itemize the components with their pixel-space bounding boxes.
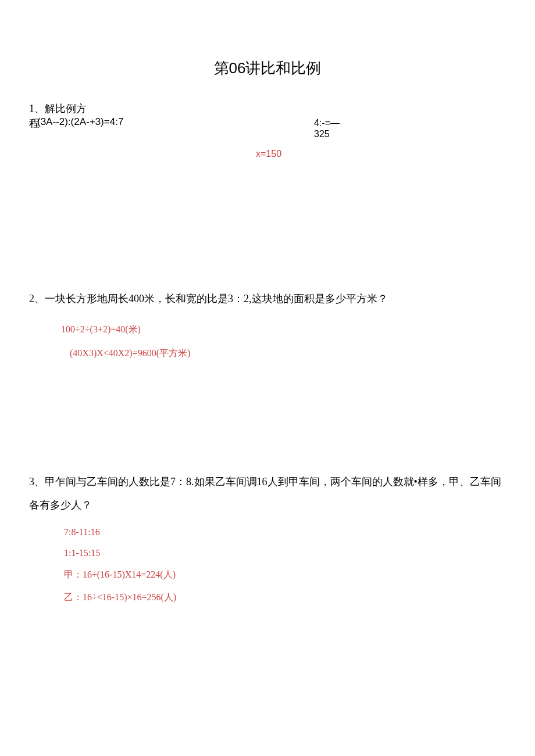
q1-answer: x=150: [256, 149, 281, 159]
q3-answers: 7:8-11:16 1:1-15:15 甲：16÷(16-15)X14=224(…: [64, 527, 506, 604]
q3-answer-3: 甲：16÷(16-15)X14=224(人): [64, 569, 506, 581]
question-1: 1、解比例方 程 (3A--2):(2A-+3)=4:7: [29, 102, 506, 130]
question-2: 2、一块长方形地周长400米，长和宽的比是3：2,这块地的面积是多少平方米？ 1…: [29, 291, 388, 360]
q2-answer-1: 100÷2÷(3+2)=40(米): [61, 324, 388, 336]
q3-answer-2: 1:1-15:15: [64, 548, 506, 558]
q1-equation-left: (3A--2):(2A-+3)=4:7: [37, 116, 123, 130]
question-3: 3、甲乍间与乙车间的人数比是7：8.如果乙车间调16人到甲车间，两个车间的人数就…: [29, 471, 506, 614]
q1-right-expression: 4:-=— 325: [314, 117, 340, 139]
q1-row: 程 (3A--2):(2A-+3)=4:7: [29, 116, 506, 130]
q2-header: 2、一块长方形地周长400米，长和宽的比是3：2,这块地的面积是多少平方米？: [29, 291, 388, 307]
q2-answer-2: (40X3)X<40X2)=9600(平方米): [70, 347, 388, 360]
q3-header: 3、甲乍间与乙车间的人数比是7：8.如果乙车间调16人到甲车间，两个车间的人数就…: [29, 471, 506, 517]
q3-answer-1: 7:8-11:16: [64, 527, 506, 538]
q1-right-top: 4:-=—: [314, 117, 340, 128]
page-title: 第06讲比和比例: [29, 58, 506, 78]
q3-answer-4: 乙：16÷<16-15)×16=256(人): [64, 592, 506, 604]
q1-line1: 1、解比例方: [29, 102, 506, 116]
q1-right-bottom: 325: [314, 128, 340, 139]
